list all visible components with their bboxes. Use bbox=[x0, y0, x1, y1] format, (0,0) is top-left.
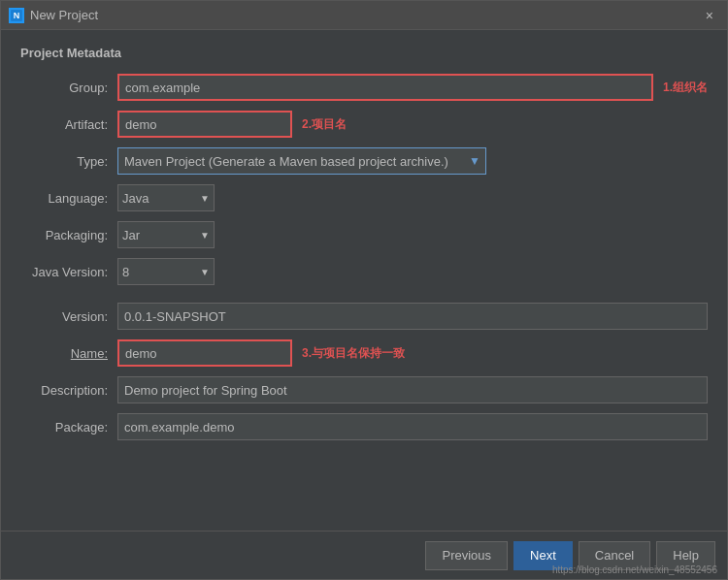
artifact-row: Artifact: 2.项目名 bbox=[20, 111, 708, 138]
packaging-row: Packaging: Jar War ▼ bbox=[20, 221, 708, 248]
window-title: New Project bbox=[30, 8, 700, 22]
name-annotation: 3.与项目名保持一致 bbox=[302, 345, 405, 362]
title-bar: N New Project × bbox=[1, 1, 727, 30]
previous-button[interactable]: Previous bbox=[425, 541, 508, 570]
language-select[interactable]: Java Kotlin Groovy bbox=[117, 184, 215, 211]
language-select-wrapper: Java Kotlin Groovy ▼ bbox=[117, 184, 215, 211]
description-label: Description: bbox=[20, 383, 117, 398]
new-project-window: N New Project × Project Metadata Group: … bbox=[0, 0, 728, 580]
java-version-label: Java Version: bbox=[20, 265, 117, 279]
type-select[interactable]: Maven Project (Generate a Maven based pr… bbox=[117, 147, 486, 175]
name-row: Name: 3.与项目名保持一致 bbox=[20, 339, 708, 367]
package-row: Package: bbox=[20, 413, 708, 440]
language-label: Language: bbox=[20, 191, 117, 206]
version-label: Version: bbox=[20, 309, 117, 324]
language-row: Language: Java Kotlin Groovy ▼ bbox=[20, 184, 708, 211]
artifact-annotation: 2.项目名 bbox=[302, 116, 347, 133]
package-label: Package: bbox=[20, 420, 117, 435]
group-annotation: 1.组织名 bbox=[663, 80, 708, 96]
svg-text:N: N bbox=[14, 11, 20, 20]
description-input[interactable] bbox=[117, 376, 708, 403]
java-version-row: Java Version: 8 11 17 ▼ bbox=[20, 258, 708, 285]
packaging-select-wrapper: Jar War ▼ bbox=[117, 221, 215, 248]
type-select-wrapper: Maven Project (Generate a Maven based pr… bbox=[117, 147, 486, 175]
name-input[interactable] bbox=[117, 339, 292, 367]
footer-url: https://blog.csdn.net/weixin_48552456 bbox=[552, 564, 717, 575]
java-version-select[interactable]: 8 11 17 bbox=[117, 258, 215, 285]
section-title: Project Metadata bbox=[20, 46, 708, 60]
group-input[interactable] bbox=[117, 74, 653, 101]
packaging-select[interactable]: Jar War bbox=[117, 221, 215, 248]
group-label: Group: bbox=[20, 81, 117, 95]
group-row: Group: 1.组织名 bbox=[20, 74, 708, 101]
type-row: Type: Maven Project (Generate a Maven ba… bbox=[20, 147, 708, 175]
artifact-input[interactable] bbox=[117, 111, 292, 138]
window-icon: N bbox=[9, 8, 24, 23]
packaging-label: Packaging: bbox=[20, 228, 117, 242]
description-row: Description: bbox=[20, 376, 708, 403]
version-input[interactable] bbox=[117, 303, 708, 330]
type-label: Type: bbox=[20, 154, 117, 169]
name-label: Name: bbox=[20, 346, 117, 361]
close-button[interactable]: × bbox=[700, 7, 719, 24]
artifact-label: Artifact: bbox=[20, 117, 117, 132]
package-input[interactable] bbox=[117, 413, 708, 440]
form-content: Project Metadata Group: 1.组织名 Artifact: … bbox=[1, 30, 727, 531]
version-row: Version: bbox=[20, 303, 708, 330]
java-version-select-wrapper: 8 11 17 ▼ bbox=[117, 258, 215, 285]
